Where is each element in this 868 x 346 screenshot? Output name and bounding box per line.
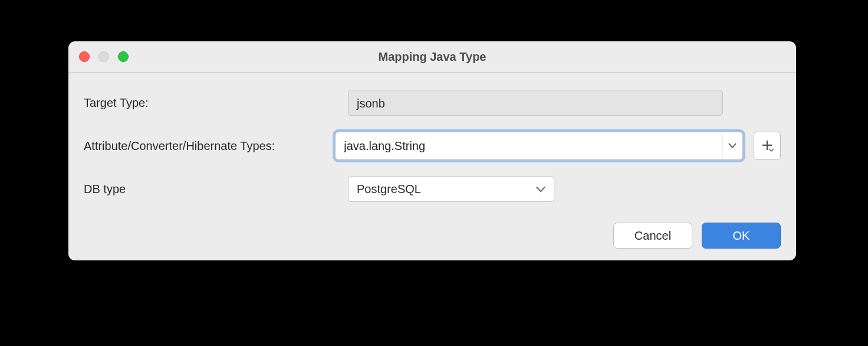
dialog-footer: Cancel OK — [613, 223, 781, 249]
target-type-field: jsonb — [348, 90, 723, 116]
add-type-button[interactable] — [754, 132, 781, 160]
attr-types-dropdown-button[interactable] — [722, 132, 742, 159]
chevron-down-icon — [536, 182, 545, 196]
attr-types-input[interactable] — [336, 132, 722, 159]
window-controls — [79, 51, 129, 62]
dialog-title: Mapping Java Type — [68, 41, 796, 72]
chevron-down-icon — [728, 142, 737, 151]
attr-types-combo[interactable] — [335, 132, 743, 160]
attr-types-label: Attribute/Converter/Hibernate Types: — [84, 139, 335, 153]
mapping-java-type-dialog: Mapping Java Type Target Type: jsonb Att… — [68, 41, 796, 260]
plus-icon — [761, 139, 774, 154]
target-type-label: Target Type: — [84, 96, 348, 110]
row-attr-types: Attribute/Converter/Hibernate Types: — [84, 132, 781, 160]
db-type-select[interactable]: PostgreSQL — [348, 176, 554, 202]
zoom-icon[interactable] — [118, 51, 129, 62]
db-type-label: DB type — [84, 182, 348, 196]
ok-button[interactable]: OK — [702, 223, 781, 249]
dialog-content: Target Type: jsonb Attribute/Converter/H… — [68, 73, 796, 214]
cancel-button[interactable]: Cancel — [613, 223, 692, 249]
row-db-type: DB type PostgreSQL — [84, 175, 781, 203]
minimize-icon — [98, 51, 109, 62]
db-type-value: PostgreSQL — [357, 182, 421, 196]
titlebar: Mapping Java Type — [68, 41, 796, 73]
row-target-type: Target Type: jsonb — [84, 89, 781, 116]
close-icon[interactable] — [79, 51, 90, 62]
